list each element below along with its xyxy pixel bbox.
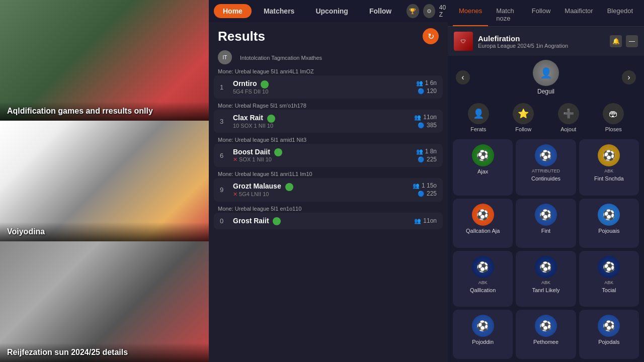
match-num-1-0: 3 bbox=[220, 118, 229, 125]
match-num-4-0: 0 bbox=[220, 217, 229, 225]
results-title: Results bbox=[218, 29, 265, 44]
match-row-1-0[interactable]: 3 Clax Rait 10 SOX 1 NII 10 👥11on 🔵385 bbox=[214, 110, 443, 133]
club-logo-ajax: ⚽ bbox=[472, 144, 494, 166]
tab-blegedot[interactable]: Blegedot bbox=[601, 4, 639, 26]
club-item-tanrl-likely[interactable]: ⚽ ABK Tanrl Likely bbox=[516, 251, 576, 307]
hero-image-1[interactable]: Aqldification games and rresults onlly bbox=[0, 0, 209, 121]
hero-image-2[interactable]: Voiyodina bbox=[0, 121, 209, 241]
match-row-4-0[interactable]: 0 Grost Raiit 👥11on bbox=[214, 213, 443, 229]
follow-label: Follow bbox=[515, 126, 531, 132]
match-team-0-0: Orntiro bbox=[233, 79, 412, 88]
team-icon-3-0 bbox=[285, 183, 293, 191]
prev-arrow-button[interactable]: ‹ bbox=[456, 70, 470, 84]
nav-arrows-row: ‹ 👤 Deguil › bbox=[448, 56, 644, 99]
match-row-3-0[interactable]: 9 Grozt Malause ✕ 5G4 LNII 10 👥1 15o 🔵22… bbox=[214, 178, 443, 201]
club-name-tanrl-likely: Tanrl Likely bbox=[532, 287, 559, 293]
club-item-fint[interactable]: ⚽ Fint bbox=[516, 199, 576, 248]
competition-title: Aulefiration bbox=[478, 34, 605, 43]
nav-home-button[interactable]: Home bbox=[214, 4, 252, 18]
match-num-0-0: 1 bbox=[220, 83, 229, 91]
action-aojout[interactable]: ➕ Aojout bbox=[558, 103, 579, 132]
club-logo-fint-snchda: ⚽ bbox=[598, 144, 620, 166]
club-name-qallcation-aja: Qallcation Aja bbox=[466, 228, 500, 234]
club-logo-tanrl-likely: ⚽ bbox=[535, 256, 557, 278]
next-arrow-button[interactable]: › bbox=[622, 70, 636, 84]
club-badge-fint-snchda: ABK bbox=[604, 168, 613, 173]
match-team-1-0: Clax Rait bbox=[233, 114, 410, 122]
club-item-pojoddin[interactable]: ⚽ Pojoddin bbox=[453, 310, 513, 359]
header-bell-icon[interactable]: 🔔 bbox=[610, 35, 622, 47]
club-logo-pojouais: ⚽ bbox=[598, 204, 620, 226]
club-item-pethomee[interactable]: ⚽ Pethomee bbox=[516, 310, 576, 359]
match-row-2-0[interactable]: 6 Boost Daiit ✕ SOX 1 NII 10 👥1 8n 🔵225 bbox=[214, 144, 443, 167]
settings-icon[interactable]: ⚙ bbox=[423, 4, 435, 18]
match-num-2-0: 6 bbox=[220, 152, 229, 159]
tab-moenes[interactable]: Moenes bbox=[453, 4, 488, 26]
tab-follow[interactable]: Follow bbox=[526, 4, 557, 26]
player-name: Deguil bbox=[537, 88, 554, 95]
club-name-pojoddin: Pojoddin bbox=[472, 339, 494, 345]
trophy-icon[interactable]: 🏆 bbox=[407, 4, 419, 18]
tab-maaifictor[interactable]: Maaifictor bbox=[558, 4, 599, 26]
nav-follow-button[interactable]: Follow bbox=[360, 4, 400, 18]
action-row: 👤 Ferats ⭐ Follow ➕ Aojout 🏟 Ploses bbox=[448, 99, 644, 136]
club-name-qalllcation: Qalllcation bbox=[470, 287, 496, 293]
club-logo-continuides: ⚽ bbox=[535, 144, 557, 166]
results-header: Results ↻ bbox=[209, 22, 448, 48]
group-header-3: Mone: Urebal league 5I1 anri1L1 Im10 bbox=[214, 168, 316, 179]
match-sub-3-0: ✕ 5G4 LNII 10 bbox=[233, 191, 409, 198]
club-item-pojodals[interactable]: ⚽ Pojodals bbox=[579, 310, 639, 359]
club-name-pojouais: Pojouais bbox=[598, 228, 619, 234]
club-logo-qallcation-aja: ⚽ bbox=[472, 204, 494, 226]
club-item-tocial[interactable]: ⚽ ABK Tocial bbox=[579, 251, 639, 307]
action-follow[interactable]: ⭐ Follow bbox=[513, 103, 534, 132]
team-icon-2-0 bbox=[274, 148, 282, 156]
competition-header: 🛡 Aulefiration Europa League 2024/5 1in … bbox=[448, 27, 644, 56]
club-item-pojouais[interactable]: ⚽ Pojouais bbox=[579, 199, 639, 248]
group-subheader-0: Mone: Urebal league 5I1 anri4L1 ImOZ bbox=[214, 65, 318, 76]
group-header-2: Mone: Urebal league 5I1 amid1 Nit3 bbox=[214, 134, 310, 145]
club-item-ajax[interactable]: ⚽ Ajax bbox=[453, 139, 513, 196]
aojout-icon: ➕ bbox=[558, 103, 579, 124]
match-sub-0-0: 5G4 FS DII 10 bbox=[233, 88, 412, 95]
header-minus-icon[interactable]: — bbox=[626, 35, 638, 47]
left-panel: Aqldification games and rresults onlly V… bbox=[0, 0, 209, 362]
match-score-3-0: 👥1 15o 🔵225 bbox=[413, 182, 437, 197]
league-logo-0: IT bbox=[218, 50, 232, 64]
ferats-icon: 👤 bbox=[468, 103, 489, 124]
results-list: IT Intotolcation Tagmcation Mxathes Mone… bbox=[209, 48, 448, 362]
action-ploses[interactable]: 🏟 Ploses bbox=[603, 103, 624, 132]
club-item-fint-snchda[interactable]: ⚽ ABK Fint Snchda bbox=[579, 139, 639, 196]
refresh-button[interactable]: ↻ bbox=[423, 28, 439, 44]
hero-caption-3: Reijfezation sun 2024/25 details bbox=[7, 348, 128, 356]
club-item-continuides[interactable]: ⚽ ATTRIBUTED Continuides bbox=[516, 139, 576, 196]
match-score-1-0: 👥11on 🔵385 bbox=[414, 114, 437, 129]
right-tabs: Moenes Match noze Follow Maaifictor Bleg… bbox=[448, 0, 644, 27]
match-team-4-0: Grost Raiit bbox=[233, 217, 410, 225]
club-item-qallcation-aja[interactable]: ⚽ Qallcation Aja bbox=[453, 199, 513, 248]
club-badge-tocial: ABK bbox=[604, 280, 613, 285]
club-badge-continuides: ATTRIBUTED bbox=[532, 168, 560, 173]
team-icon-4-0 bbox=[273, 217, 281, 225]
nav-upcoming-button[interactable]: Upconing bbox=[306, 4, 357, 18]
nav-matchers-button[interactable]: Matchers bbox=[255, 4, 303, 18]
clubs-grid: ⚽ Ajax ⚽ ATTRIBUTED Continuides ⚽ ABK Fi… bbox=[448, 136, 644, 362]
group-header-1: Mone: Urebal Ragse 5I1 sm'o1h178 bbox=[214, 100, 310, 111]
match-score-2-0: 👥1 8n 🔵225 bbox=[416, 148, 437, 163]
match-row-0-0[interactable]: 1 Orntiro 5G4 FS DII 10 👥1 6n 🔵120 bbox=[214, 75, 443, 99]
team-icon-0-0 bbox=[261, 80, 269, 88]
club-name-fint: Fint bbox=[541, 228, 550, 234]
hero-image-3[interactable]: Reijfezation sun 2024/25 details bbox=[0, 241, 209, 362]
center-panel: Home Matchers Upconing Follow 🏆 ⚙ 40 Z 🏠… bbox=[209, 0, 448, 362]
club-logo-pethomee: ⚽ bbox=[535, 315, 557, 337]
club-item-qalllcation[interactable]: ⚽ ABK Qalllcation bbox=[453, 251, 513, 307]
ploses-label: Ploses bbox=[605, 126, 622, 132]
club-name-tocial: Tocial bbox=[602, 287, 616, 293]
tab-match-noze[interactable]: Match noze bbox=[490, 4, 523, 26]
follow-icon: ⭐ bbox=[513, 103, 534, 124]
club-logo-tocial: ⚽ bbox=[598, 256, 620, 278]
header-action-icons: 🔔 — bbox=[610, 35, 638, 47]
club-logo-pojodals: ⚽ bbox=[598, 315, 620, 337]
z-score-label: 40 Z bbox=[439, 4, 448, 18]
action-ferats[interactable]: 👤 Ferats bbox=[468, 103, 489, 132]
